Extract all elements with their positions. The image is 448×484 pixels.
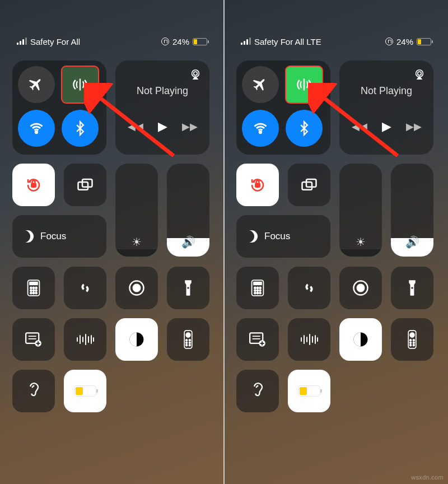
rotation-lock-status-icon (385, 38, 393, 45)
control-center-left: Safety For All 24% (0, 0, 224, 484)
low-power-icon (298, 385, 320, 397)
media-card: Not Playing ◀◀ ▶ ▶▶ (115, 61, 209, 155)
calculator-icon (250, 280, 265, 296)
svg-point-39 (186, 345, 188, 346)
svg-point-12 (33, 290, 35, 291)
dark-mode-icon (128, 331, 145, 348)
back-icon[interactable]: ◀◀ (128, 120, 143, 133)
wifi-icon (253, 120, 268, 136)
quick-note-button[interactable] (236, 318, 279, 361)
svg-point-2 (194, 72, 197, 75)
focus-button[interactable]: Focus (12, 215, 106, 258)
svg-point-14 (30, 292, 32, 294)
moon-icon (245, 230, 258, 243)
low-power-icon (74, 385, 96, 397)
dark-mode-button[interactable] (339, 318, 382, 361)
shazam-button[interactable] (64, 267, 106, 309)
svg-point-54 (257, 290, 259, 291)
back-icon[interactable]: ◀◀ (352, 120, 367, 133)
svg-point-42 (259, 131, 262, 133)
calculator-button[interactable] (12, 267, 55, 309)
flashlight-button[interactable] (391, 267, 433, 309)
brightness-slider[interactable]: ☀ (115, 164, 158, 257)
rotation-lock-button[interactable] (236, 164, 279, 206)
voice-memo-icon (300, 333, 319, 346)
svg-point-11 (30, 290, 32, 291)
volume-slider[interactable]: 🔊 (391, 164, 433, 257)
media-card: Not Playing ◀◀ ▶ ▶▶ (339, 61, 433, 155)
cellular-data-toggle[interactable] (62, 66, 99, 103)
calculator-button[interactable] (236, 267, 279, 309)
control-center-right: Safety For All LTE 24% (224, 0, 448, 484)
tv-remote-button[interactable] (391, 318, 433, 361)
low-power-button[interactable] (64, 370, 106, 412)
hearing-button[interactable] (12, 370, 55, 412)
voice-memo-button[interactable] (64, 318, 106, 361)
airplane-mode-toggle[interactable] (18, 66, 55, 103)
svg-rect-49 (254, 282, 262, 285)
svg-point-77 (413, 339, 414, 341)
svg-point-80 (410, 345, 412, 346)
now-playing-label: Not Playing (347, 85, 426, 97)
airplay-icon[interactable] (413, 68, 426, 81)
screen-record-icon (128, 280, 145, 296)
brightness-icon: ☀ (356, 235, 366, 249)
voice-memo-button[interactable] (288, 318, 330, 361)
bluetooth-toggle[interactable] (286, 110, 323, 147)
airplay-icon[interactable] (189, 68, 202, 81)
play-icon[interactable]: ▶ (382, 119, 391, 134)
svg-point-8 (30, 287, 32, 289)
connectivity-group (12, 61, 106, 155)
screen-mirror-button[interactable] (288, 164, 330, 206)
screen-record-button[interactable] (115, 267, 158, 309)
svg-point-17 (77, 280, 93, 296)
tv-remote-button[interactable] (167, 318, 209, 361)
rotation-lock-icon (25, 176, 42, 193)
airplane-mode-toggle[interactable] (242, 66, 279, 103)
brightness-icon: ☀ (132, 235, 142, 249)
focus-label: Focus (40, 231, 66, 242)
battery-icon (193, 38, 207, 45)
bluetooth-icon (296, 120, 312, 136)
signal-bars-icon (17, 38, 27, 45)
focus-button[interactable]: Focus (236, 215, 330, 258)
svg-rect-45 (255, 184, 260, 187)
svg-point-81 (413, 345, 414, 346)
rotation-lock-button[interactable] (12, 164, 55, 206)
dark-mode-button[interactable] (115, 318, 158, 361)
focus-label: Focus (264, 231, 290, 242)
airplane-icon (29, 77, 44, 92)
screen-record-button[interactable] (339, 267, 382, 309)
brightness-slider[interactable]: ☀ (339, 164, 382, 257)
flashlight-button[interactable] (167, 267, 209, 309)
svg-point-50 (254, 287, 256, 289)
tv-remote-icon (183, 330, 193, 349)
svg-point-44 (418, 72, 421, 75)
wifi-toggle[interactable] (242, 110, 279, 147)
svg-point-9 (33, 287, 35, 289)
wifi-toggle[interactable] (18, 110, 55, 147)
screen-mirror-button[interactable] (64, 164, 106, 206)
quick-note-button[interactable] (12, 318, 55, 361)
svg-point-55 (259, 290, 261, 291)
hearing-icon (26, 383, 41, 399)
volume-slider[interactable]: 🔊 (167, 164, 209, 257)
shazam-button[interactable] (288, 267, 330, 309)
svg-point-38 (189, 342, 190, 343)
hearing-button[interactable] (236, 370, 279, 412)
low-power-button[interactable] (288, 370, 330, 412)
watermark: wsxdn.com (411, 474, 444, 481)
quick-note-icon (249, 332, 266, 347)
bluetooth-toggle[interactable] (62, 110, 99, 147)
cellular-data-icon (72, 77, 88, 92)
svg-point-34 (186, 333, 190, 337)
signal-bars-icon (241, 38, 251, 45)
forward-icon[interactable]: ▶▶ (182, 120, 198, 133)
svg-point-40 (189, 345, 190, 346)
forward-icon[interactable]: ▶▶ (406, 120, 422, 133)
tv-remote-icon (407, 330, 417, 349)
cellular-data-toggle[interactable] (286, 66, 323, 103)
play-icon[interactable]: ▶ (158, 119, 167, 134)
svg-point-53 (254, 290, 256, 291)
status-bar: Safety For All LTE 24% (241, 35, 431, 48)
